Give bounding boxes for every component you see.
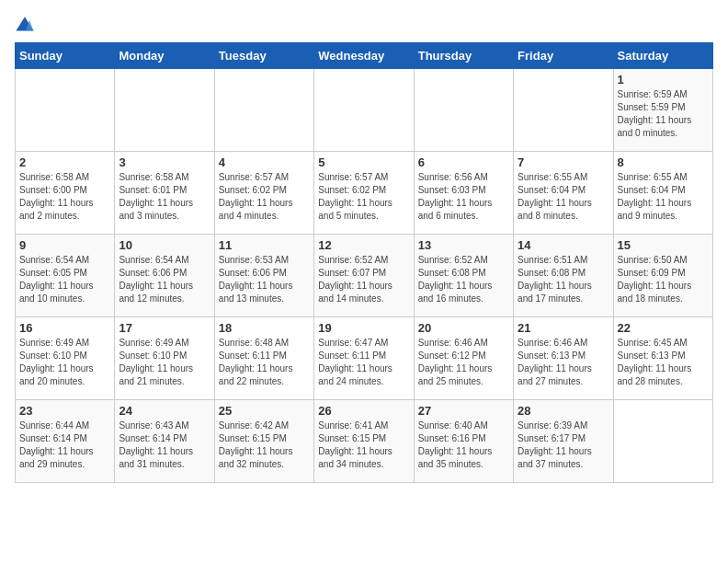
day-number: 19 [318, 321, 409, 335]
day-number: 26 [318, 404, 409, 418]
weekday-header: Tuesday [214, 43, 313, 69]
day-info: Sunrise: 6:53 AM Sunset: 6:06 PM Dayligh… [219, 254, 310, 305]
day-number: 18 [219, 321, 310, 335]
day-info: Sunrise: 6:54 AM Sunset: 6:06 PM Dayligh… [119, 254, 210, 305]
calendar-cell: 24Sunrise: 6:43 AM Sunset: 6:14 PM Dayli… [115, 400, 214, 483]
day-number: 9 [19, 238, 110, 252]
calendar-cell: 10Sunrise: 6:54 AM Sunset: 6:06 PM Dayli… [115, 235, 214, 317]
calendar-cell: 22Sunrise: 6:45 AM Sunset: 6:13 PM Dayli… [613, 317, 712, 400]
calendar-cell [414, 69, 513, 152]
day-info: Sunrise: 6:43 AM Sunset: 6:14 PM Dayligh… [119, 419, 210, 471]
weekday-header: Monday [115, 43, 214, 69]
calendar-cell [314, 69, 414, 152]
day-info: Sunrise: 6:50 AM Sunset: 6:09 PM Dayligh… [618, 254, 709, 305]
calendar-cell: 5Sunrise: 6:57 AM Sunset: 6:02 PM Daylig… [314, 152, 414, 235]
calendar-cell: 2Sunrise: 6:58 AM Sunset: 6:00 PM Daylig… [16, 152, 115, 235]
calendar-cell [613, 400, 712, 483]
weekday-header: Wednesday [314, 43, 414, 69]
day-info: Sunrise: 6:44 AM Sunset: 6:14 PM Dayligh… [19, 419, 110, 471]
day-number: 5 [318, 155, 409, 169]
day-info: Sunrise: 6:48 AM Sunset: 6:11 PM Dayligh… [219, 337, 310, 388]
calendar-cell: 23Sunrise: 6:44 AM Sunset: 6:14 PM Dayli… [16, 400, 115, 483]
day-number: 25 [219, 404, 310, 418]
calendar-cell [514, 69, 613, 152]
day-info: Sunrise: 6:42 AM Sunset: 6:15 PM Dayligh… [219, 419, 310, 471]
day-number: 21 [518, 321, 609, 335]
calendar-cell: 15Sunrise: 6:50 AM Sunset: 6:09 PM Dayli… [613, 235, 712, 317]
calendar-cell: 19Sunrise: 6:47 AM Sunset: 6:11 PM Dayli… [314, 317, 414, 400]
day-number: 8 [618, 155, 709, 169]
day-number: 13 [418, 238, 509, 252]
calendar-header: SundayMondayTuesdayWednesdayThursdayFrid… [16, 43, 713, 69]
day-number: 15 [618, 238, 709, 252]
calendar-cell: 25Sunrise: 6:42 AM Sunset: 6:15 PM Dayli… [214, 400, 313, 483]
calendar-cell [214, 69, 313, 152]
day-number: 23 [19, 404, 110, 418]
calendar-cell: 7Sunrise: 6:55 AM Sunset: 6:04 PM Daylig… [514, 152, 613, 235]
calendar-cell: 9Sunrise: 6:54 AM Sunset: 6:05 PM Daylig… [16, 235, 115, 317]
calendar-cell: 17Sunrise: 6:49 AM Sunset: 6:10 PM Dayli… [115, 317, 214, 400]
day-info: Sunrise: 6:56 AM Sunset: 6:03 PM Dayligh… [418, 171, 509, 223]
weekday-row: SundayMondayTuesdayWednesdayThursdayFrid… [16, 43, 713, 69]
day-info: Sunrise: 6:45 AM Sunset: 6:13 PM Dayligh… [618, 337, 709, 388]
day-info: Sunrise: 6:57 AM Sunset: 6:02 PM Dayligh… [318, 171, 409, 223]
day-number: 7 [518, 155, 609, 169]
calendar-cell: 13Sunrise: 6:52 AM Sunset: 6:08 PM Dayli… [414, 235, 513, 317]
day-info: Sunrise: 6:46 AM Sunset: 6:13 PM Dayligh… [518, 337, 609, 388]
day-number: 14 [518, 238, 609, 252]
day-info: Sunrise: 6:46 AM Sunset: 6:12 PM Dayligh… [418, 337, 509, 388]
calendar-cell: 6Sunrise: 6:56 AM Sunset: 6:03 PM Daylig… [414, 152, 513, 235]
day-info: Sunrise: 6:49 AM Sunset: 6:10 PM Dayligh… [119, 337, 210, 388]
day-number: 12 [318, 238, 409, 252]
calendar-cell: 16Sunrise: 6:49 AM Sunset: 6:10 PM Dayli… [16, 317, 115, 400]
calendar-cell: 21Sunrise: 6:46 AM Sunset: 6:13 PM Dayli… [514, 317, 613, 400]
calendar-week-row: 1Sunrise: 6:59 AM Sunset: 5:59 PM Daylig… [16, 69, 713, 152]
day-number: 27 [418, 404, 509, 418]
weekday-header: Friday [514, 43, 613, 69]
calendar-week-row: 9Sunrise: 6:54 AM Sunset: 6:05 PM Daylig… [16, 235, 713, 317]
weekday-header: Saturday [613, 43, 712, 69]
calendar-table: SundayMondayTuesdayWednesdayThursdayFrid… [15, 42, 713, 483]
calendar-cell: 8Sunrise: 6:55 AM Sunset: 6:04 PM Daylig… [613, 152, 712, 235]
day-number: 3 [119, 155, 210, 169]
day-info: Sunrise: 6:40 AM Sunset: 6:16 PM Dayligh… [418, 419, 509, 471]
calendar-cell [115, 69, 214, 152]
day-number: 6 [418, 155, 509, 169]
day-info: Sunrise: 6:54 AM Sunset: 6:05 PM Dayligh… [19, 254, 110, 305]
weekday-header: Thursday [414, 43, 513, 69]
day-number: 24 [119, 404, 210, 418]
calendar-cell: 20Sunrise: 6:46 AM Sunset: 6:12 PM Dayli… [414, 317, 513, 400]
calendar-cell: 11Sunrise: 6:53 AM Sunset: 6:06 PM Dayli… [214, 235, 313, 317]
calendar-cell: 26Sunrise: 6:41 AM Sunset: 6:15 PM Dayli… [314, 400, 414, 483]
day-number: 28 [518, 404, 609, 418]
day-info: Sunrise: 6:49 AM Sunset: 6:10 PM Dayligh… [19, 337, 110, 388]
calendar-week-row: 23Sunrise: 6:44 AM Sunset: 6:14 PM Dayli… [16, 400, 713, 483]
calendar-cell: 1Sunrise: 6:59 AM Sunset: 5:59 PM Daylig… [613, 69, 712, 152]
calendar-cell: 18Sunrise: 6:48 AM Sunset: 6:11 PM Dayli… [214, 317, 313, 400]
calendar-week-row: 2Sunrise: 6:58 AM Sunset: 6:00 PM Daylig… [16, 152, 713, 235]
day-info: Sunrise: 6:39 AM Sunset: 6:17 PM Dayligh… [518, 419, 609, 471]
day-number: 11 [219, 238, 310, 252]
day-info: Sunrise: 6:58 AM Sunset: 6:01 PM Dayligh… [119, 171, 210, 223]
calendar-body: 1Sunrise: 6:59 AM Sunset: 5:59 PM Daylig… [16, 69, 713, 483]
day-info: Sunrise: 6:58 AM Sunset: 6:00 PM Dayligh… [19, 171, 110, 223]
logo [15, 15, 39, 35]
calendar-cell: 14Sunrise: 6:51 AM Sunset: 6:08 PM Dayli… [514, 235, 613, 317]
day-info: Sunrise: 6:41 AM Sunset: 6:15 PM Dayligh… [318, 419, 409, 471]
day-number: 10 [119, 238, 210, 252]
day-number: 17 [119, 321, 210, 335]
day-info: Sunrise: 6:57 AM Sunset: 6:02 PM Dayligh… [219, 171, 310, 223]
day-number: 1 [618, 73, 709, 86]
logo-icon [15, 15, 35, 35]
calendar-cell: 4Sunrise: 6:57 AM Sunset: 6:02 PM Daylig… [214, 152, 313, 235]
header [15, 15, 713, 35]
day-info: Sunrise: 6:51 AM Sunset: 6:08 PM Dayligh… [518, 254, 609, 305]
day-info: Sunrise: 6:47 AM Sunset: 6:11 PM Dayligh… [318, 337, 409, 388]
day-number: 16 [19, 321, 110, 335]
calendar-cell [16, 69, 115, 152]
calendar-cell: 3Sunrise: 6:58 AM Sunset: 6:01 PM Daylig… [115, 152, 214, 235]
day-info: Sunrise: 6:59 AM Sunset: 5:59 PM Dayligh… [618, 88, 709, 140]
day-number: 20 [418, 321, 509, 335]
day-info: Sunrise: 6:55 AM Sunset: 6:04 PM Dayligh… [618, 171, 709, 223]
day-info: Sunrise: 6:52 AM Sunset: 6:07 PM Dayligh… [318, 254, 409, 305]
